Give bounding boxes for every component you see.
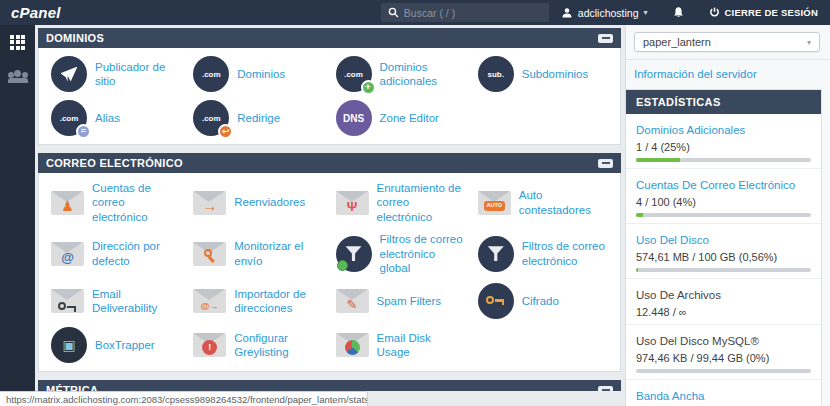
envelope-pie-icon <box>336 333 369 357</box>
section-correo-electronico: CORREO ELECTRÓNICO♟Cuentas de correo ele… <box>38 153 621 372</box>
app-item-importador-de-direcciones[interactable]: @→Importador de direcciones <box>189 280 327 322</box>
app-item-label: Configurar Greylisting <box>234 331 321 360</box>
logout-button[interactable]: CIERRE DE SESIÓN <box>697 0 830 25</box>
app-item-cuentas-de-correo-electronico[interactable]: ♟Cuentas de correo electrónico <box>47 178 185 227</box>
notifications-button[interactable] <box>660 0 697 25</box>
encryption-key-icon <box>478 283 514 319</box>
stat-label: Uso De Archivos <box>636 289 721 301</box>
collapse-button[interactable] <box>598 386 613 391</box>
app-item-spam-filters[interactable]: ✎Spam Filters <box>332 280 470 322</box>
stat-cuentas-de-correo-electronico: Cuentas De Correo Electrónico4 / 100 (4%… <box>626 169 821 224</box>
stat-dominios-adicionales: Dominios Adicionales1 / 4 (25%) <box>626 114 821 169</box>
app-item-label: Enrutamiento de correo electrónico <box>377 181 464 224</box>
section-title: MÉTRICA <box>46 384 98 391</box>
server-info-link[interactable]: Información del servidor <box>626 59 830 89</box>
app-item-redirige[interactable]: .com↩Redirige <box>189 97 327 139</box>
app-item-label: Filtros de correo electrónico <box>522 239 606 268</box>
stat-label[interactable]: Banda Ancha <box>636 390 704 402</box>
app-item-filtros-de-correo-electronico-global[interactable]: Filtros de correo electrónico global <box>332 229 470 278</box>
boxtrapper-icon: ▣ <box>51 327 87 363</box>
app-item-dominios[interactable]: .comDominios <box>189 53 327 95</box>
app-item-label: Auto contestadores <box>519 188 606 217</box>
stat-label[interactable]: Dominios Adicionales <box>636 124 745 136</box>
progress-fill <box>636 158 680 162</box>
stat-banda-ancha: Banda Ancha98,81 MB / ∞ <box>626 380 821 406</box>
app-item-auto-contestadores[interactable]: AUTOAuto contestadores <box>474 178 612 227</box>
user-menu[interactable]: adclichosting ▾ <box>549 0 660 25</box>
app-item-filtros-de-correo-electronico[interactable]: Filtros de correo electrónico <box>474 229 612 278</box>
app-item-direccion-por-defecto[interactable]: @Dirección por defecto <box>47 229 185 278</box>
cpanel-logo: cPanel <box>0 4 61 21</box>
section-title: CORREO ELECTRÓNICO <box>46 157 183 169</box>
collapse-button[interactable] <box>598 159 613 168</box>
app-item-monitorizar-el-envio[interactable]: Monitorizar el envío <box>189 229 327 278</box>
envelope-at-icon: @ <box>51 242 84 266</box>
dns-zone-editor-icon: DNS <box>336 100 372 136</box>
app-item-label: Dirección por defecto <box>92 239 179 268</box>
progress-bar <box>636 268 811 272</box>
chevron-down-icon: ▾ <box>644 8 648 17</box>
stat-label[interactable]: Uso Del Disco <box>636 234 709 246</box>
stat-uso-del-disco: Uso Del Disco574,61 MB / 100 GB (0,56%) <box>626 224 821 279</box>
apps-grid-icon[interactable] <box>0 25 35 59</box>
section-header-correo-electronico: CORREO ELECTRÓNICO <box>38 153 621 173</box>
progress-fill <box>636 268 638 272</box>
progress-bar <box>636 369 811 373</box>
funnel-globe-icon <box>336 236 372 272</box>
status-bar-url: https://matrix.adclichosting.com:2083/cp… <box>6 394 368 405</box>
app-item-boxtrapper[interactable]: ▣BoxTrapper <box>47 324 185 366</box>
envelope-track-delivery-icon <box>193 242 226 266</box>
com-redirects-icon: .com↩ <box>193 100 229 136</box>
collapse-button[interactable] <box>598 34 613 43</box>
envelope-import-icon: @→ <box>193 289 226 313</box>
minus-icon <box>602 389 610 391</box>
search-box[interactable] <box>381 3 549 22</box>
app-item-publicador-de-sitio[interactable]: Publicador de sitio <box>47 53 185 95</box>
statistics-title: ESTADÍSTICAS <box>626 90 821 114</box>
app-item-label: Cifrado <box>522 294 559 308</box>
section-body-dominios: Publicador de sitio.comDominios.com+Domi… <box>38 48 621 145</box>
theme-select[interactable]: paper_lantern ▾ <box>634 32 820 52</box>
app-item-label: Email Deliverability <box>92 287 179 316</box>
app-item-label: Redirige <box>237 111 280 125</box>
app-item-label: Monitorizar el envío <box>234 239 321 268</box>
section-header-metrica: MÉTRICA <box>38 380 621 391</box>
username: adclichosting <box>578 7 639 19</box>
app-item-dominios-adicionales[interactable]: .com+Dominios adicionales <box>332 53 470 95</box>
search-icon <box>388 7 399 18</box>
app-item-email-disk-usage[interactable]: Email Disk Usage <box>332 324 470 366</box>
user-manager-icon[interactable] <box>0 59 35 93</box>
app-item-label: BoxTrapper <box>95 338 155 352</box>
status-bar: https://matrix.adclichosting.com:2083/cp… <box>0 391 368 406</box>
stat-label[interactable]: Cuentas De Correo Electrónico <box>636 179 795 191</box>
stat-uso-de-archivos: Uso De Archivos12.448 / ∞ <box>626 279 821 325</box>
site-publisher-icon <box>51 56 87 92</box>
bell-icon <box>672 6 685 19</box>
stat-value: 974,46 KB / 99,44 GB (0%) <box>636 352 811 364</box>
app-item-label: Subdominios <box>522 67 588 81</box>
app-item-cifrado[interactable]: Cifrado <box>474 280 612 322</box>
stat-value: 574,61 MB / 100 GB (0,56%) <box>636 251 811 263</box>
app-item-configurar-greylisting[interactable]: !Configurar Greylisting <box>189 324 327 366</box>
app-item-reenviadores[interactable]: →Reenviadores <box>189 178 327 227</box>
app-item-email-deliverability[interactable]: Email Deliverability <box>47 280 185 322</box>
search-input[interactable] <box>404 7 524 19</box>
statistics-panel: ESTADÍSTICAS Dominios Adicionales1 / 4 (… <box>626 89 822 406</box>
app-item-subdominios[interactable]: sub.Subdominios <box>474 53 612 95</box>
app-item-zone-editor[interactable]: DNSZone Editor <box>332 97 470 139</box>
right-sidebar: paper_lantern ▾ Información del servidor… <box>625 25 830 406</box>
power-icon <box>709 7 720 18</box>
funnel-icon <box>478 236 514 272</box>
app-item-label: Reenviadores <box>234 195 305 209</box>
section-title: DOMINIOS <box>46 32 104 44</box>
envelope-routing-icon: Ψ <box>336 191 369 215</box>
app-item-alias[interactable]: .com=Alias <box>47 97 185 139</box>
app-item-enrutamiento-de-correo-electronico[interactable]: ΨEnrutamiento de correo electrónico <box>332 178 470 227</box>
app-item-label: Email Disk Usage <box>377 331 464 360</box>
progress-bar <box>636 158 811 162</box>
app-item-label: Dominios <box>237 67 285 81</box>
com-aliases-icon: .com= <box>51 100 87 136</box>
section-body-correo-electronico: ♟Cuentas de correo electrónico→Reenviado… <box>38 173 621 372</box>
chevron-down-icon: ▾ <box>807 38 811 47</box>
app-item-label: Spam Filters <box>377 294 442 308</box>
